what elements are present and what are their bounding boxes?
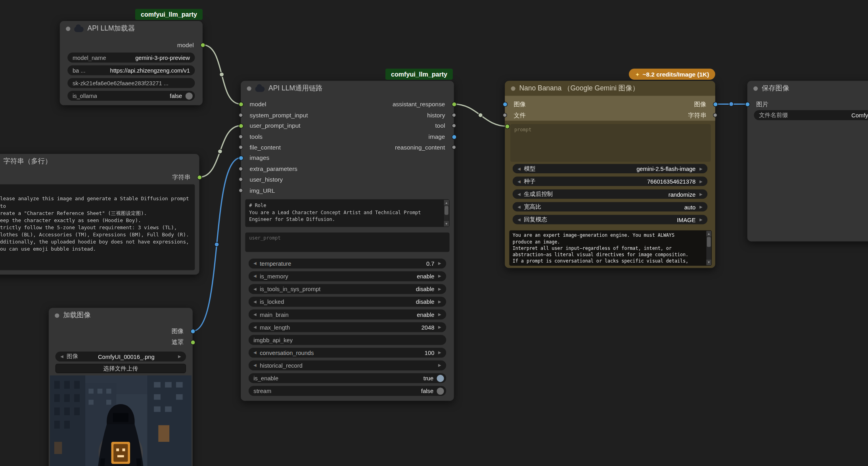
output-port-history[interactable]: [452, 113, 456, 117]
input-port-extra-parameters[interactable]: [239, 167, 243, 171]
arrow-left-icon[interactable]: ◀: [253, 322, 257, 332]
main-brain-widget[interactable]: ◀ main_brain enable ▶: [249, 309, 446, 319]
node-title-bar[interactable]: API LLM加载器: [60, 21, 203, 36]
scrollbar[interactable]: ▲ ▼: [444, 200, 449, 226]
node-title-bar[interactable]: 字符串（多行）: [0, 154, 199, 169]
is-tools-in-sys-prompt-widget[interactable]: ◀ is_tools_in_sys_prompt disable ▶: [249, 284, 446, 294]
arrow-right-icon[interactable]: ▶: [438, 259, 441, 268]
arrow-right-icon[interactable]: ▶: [699, 176, 703, 186]
model-name-widget[interactable]: model_name gemini-3-pro-preview: [67, 53, 195, 63]
is-enable-widget[interactable]: is_enable true: [249, 373, 446, 383]
node-string-multiline[interactable]: 字符串（多行） 字符串 lease analyze this image and…: [0, 154, 199, 274]
imgbb-api-key-widget[interactable]: imgbb_api_key: [249, 335, 446, 345]
collapse-dot-icon[interactable]: [66, 26, 70, 31]
output-port-image[interactable]: [190, 329, 195, 334]
scroll-down-icon[interactable]: ▼: [706, 260, 711, 265]
conversation-rounds-widget[interactable]: ◀ conversation_rounds 100 ▶: [249, 348, 446, 358]
arrow-left-icon[interactable]: ◀: [60, 351, 63, 361]
arrow-right-icon[interactable]: ▶: [178, 351, 181, 361]
toggle-knob[interactable]: [437, 387, 444, 395]
input-port-system-prompt[interactable]: [239, 113, 243, 117]
arrow-left-icon[interactable]: ◀: [253, 348, 257, 358]
input-port-images[interactable]: [238, 155, 243, 161]
node-api-llm-chain[interactable]: API LLM通用链路 model system_prompt_input us…: [241, 81, 454, 401]
arrow-left-icon[interactable]: ◀: [253, 297, 257, 307]
output-port-image[interactable]: [451, 134, 456, 140]
arrow-right-icon[interactable]: ▶: [699, 189, 703, 199]
model-widget[interactable]: ◀ 模型 gemini-2.5-flash-image ▶: [513, 164, 707, 173]
toggle-knob[interactable]: [186, 92, 193, 99]
arrow-left-icon[interactable]: ◀: [253, 361, 257, 370]
is-memory-widget[interactable]: ◀ is_memory enable ▶: [249, 271, 446, 281]
aspect-ratio-widget[interactable]: ◀ 宽高比 auto ▶: [513, 202, 707, 212]
input-port-image[interactable]: [745, 102, 750, 107]
input-port-model[interactable]: [238, 102, 243, 107]
arrow-left-icon[interactable]: ◀: [253, 271, 257, 281]
input-port-user-history[interactable]: [239, 177, 243, 182]
node-title-bar[interactable]: Nano Banana （Google Gemini 图像）: [505, 81, 715, 96]
api-key-widget[interactable]: sk-zk21efa6e0e62faaee283f23271 ...: [67, 78, 195, 88]
arrow-right-icon[interactable]: ▶: [438, 284, 441, 294]
max-length-widget[interactable]: ◀ max_length 2048 ▶: [249, 322, 446, 332]
output-port-mask[interactable]: [190, 339, 195, 345]
output-port-model[interactable]: [200, 42, 205, 48]
temperature-widget[interactable]: ◀ temperature 0.7 ▶: [249, 259, 446, 268]
upload-file-button[interactable]: 选择文件上传: [56, 364, 186, 373]
node-title-bar[interactable]: API LLM通用链路: [241, 81, 454, 96]
input-port-img-url[interactable]: [239, 188, 243, 193]
string-textarea[interactable]: lease analyze this image and generate a …: [0, 184, 195, 270]
node-save-image[interactable]: 保存图像 图片 文件名前缀 Comfy: [747, 81, 868, 242]
arrow-right-icon[interactable]: ▶: [438, 271, 441, 281]
response-modality-widget[interactable]: ◀ 回复模态 IMAGE ▶: [513, 215, 707, 224]
output-port-assistant-response[interactable]: [451, 102, 456, 107]
collapse-dot-icon[interactable]: [55, 313, 59, 317]
input-port-file[interactable]: [503, 113, 507, 117]
arrow-right-icon[interactable]: ▶: [699, 202, 703, 212]
collapse-dot-icon[interactable]: [753, 86, 758, 90]
arrow-left-icon[interactable]: ◀: [517, 164, 521, 174]
base-url-widget[interactable]: ba ... https://api.zhizengzeng.com/v1: [67, 65, 195, 75]
prompt-textarea[interactable]: prompt: [510, 124, 711, 162]
output-port-string[interactable]: [713, 113, 717, 117]
scroll-thumb[interactable]: [445, 206, 448, 215]
node-graph-canvas[interactable]: comfyui_llm_party comfyui_llm_party ✦ ~8…: [0, 0, 868, 466]
node-title-bar[interactable]: 加载图像: [49, 308, 193, 323]
toggle-knob[interactable]: [437, 374, 444, 382]
collapse-dot-icon[interactable]: [247, 86, 251, 90]
node-nano-banana[interactable]: Nano Banana （Google Gemini 图像） 图像 文件 图像 …: [505, 81, 715, 268]
arrow-left-icon[interactable]: ◀: [253, 259, 257, 268]
stream-widget[interactable]: stream false: [249, 386, 446, 396]
node-title-bar[interactable]: 保存图像: [747, 81, 868, 96]
image-select-widget[interactable]: ◀ 图像 ComfyUI_00016_.png ▶: [56, 351, 186, 361]
input-port-tools[interactable]: [239, 134, 243, 139]
control-after-generate-widget[interactable]: ◀ 生成后控制 randomize ▶: [513, 189, 707, 199]
arrow-right-icon[interactable]: ▶: [438, 309, 441, 319]
is-locked-widget[interactable]: ◀ is_locked disable ▶: [249, 297, 446, 307]
seed-widget[interactable]: ◀ 种子 766016354621378 ▶: [513, 176, 707, 186]
scroll-down-icon[interactable]: ▼: [444, 221, 449, 226]
user-prompt-textarea[interactable]: user_prompt: [245, 232, 449, 252]
scrollbar[interactable]: ▲ ▼: [706, 231, 711, 265]
arrow-left-icon[interactable]: ◀: [517, 202, 521, 212]
input-port-image[interactable]: [502, 102, 508, 107]
system-text-textarea[interactable]: You are an expert image-generation engin…: [509, 230, 712, 266]
output-port-image[interactable]: [713, 102, 718, 107]
arrow-left-icon[interactable]: ◀: [517, 189, 521, 199]
arrow-right-icon[interactable]: ▶: [438, 297, 441, 307]
arrow-left-icon[interactable]: ◀: [253, 309, 257, 319]
scroll-thumb[interactable]: [707, 237, 711, 247]
is-ollama-widget[interactable]: is_ollama false: [67, 91, 195, 101]
input-port-file-content[interactable]: [239, 145, 243, 150]
scroll-up-icon[interactable]: ▲: [444, 200, 449, 205]
input-port-user-prompt[interactable]: [238, 123, 243, 128]
output-port-reasoning-content[interactable]: [452, 145, 456, 150]
system-prompt-textarea[interactable]: # Role You are a Lead Character Concept …: [245, 199, 449, 227]
filename-prefix-widget[interactable]: 文件名前缀 Comfy: [754, 110, 868, 120]
arrow-left-icon[interactable]: ◀: [253, 284, 257, 294]
arrow-right-icon[interactable]: ▶: [438, 322, 441, 332]
input-port-prompt[interactable]: [504, 124, 510, 129]
arrow-left-icon[interactable]: ◀: [517, 215, 521, 224]
output-port-string[interactable]: [197, 175, 202, 180]
arrow-right-icon[interactable]: ▶: [438, 348, 441, 358]
collapse-dot-icon[interactable]: [511, 86, 515, 90]
